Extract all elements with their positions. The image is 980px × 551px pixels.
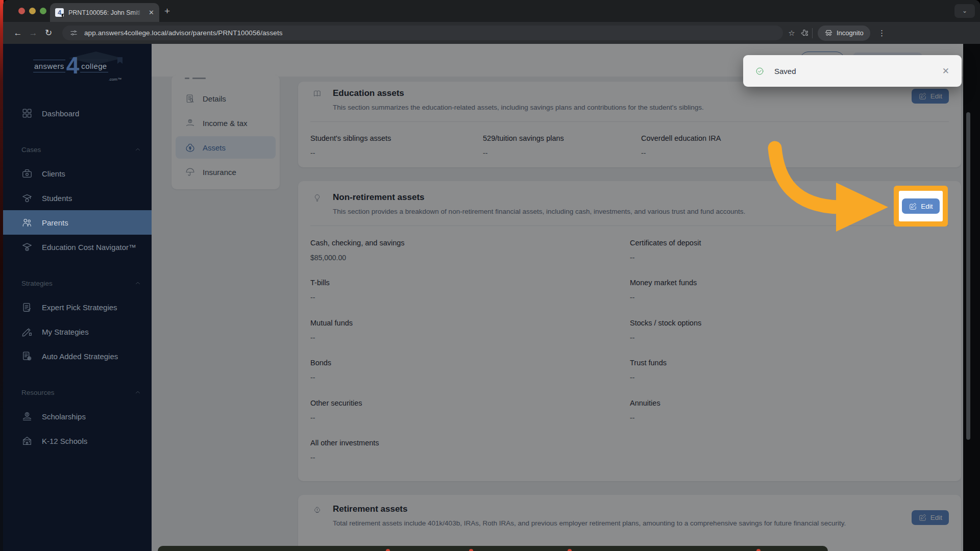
auto-added-icon (21, 350, 33, 362)
sidebar-item[interactable]: Scholarships (3, 404, 152, 429)
expert-pick-icon (21, 302, 33, 313)
browser-menu-icon[interactable]: ⋮ (874, 29, 890, 38)
sidebar-item-label: Clients (42, 169, 65, 178)
tab-search-button[interactable]: ⌄ (954, 4, 975, 18)
sidebar-item[interactable]: My Strategies (3, 319, 152, 344)
sidebar-item[interactable]: K-12 Schools (3, 429, 152, 453)
browser-toolbar: ← → ↻ app.answers4college.local/advisor/… (3, 22, 980, 44)
window-controls (18, 8, 46, 14)
address-bar[interactable]: app.answers4college.local/advisor/parent… (62, 26, 783, 40)
chevron-up-icon[interactable] (134, 146, 141, 153)
toolbar-divider (812, 28, 813, 38)
incognito-icon (824, 29, 833, 37)
sidebar-item-label: K-12 Schools (42, 437, 87, 445)
sidebar-item[interactable]: Auto Added Strategies (3, 344, 152, 368)
edit-icon (909, 202, 917, 211)
zoom-window-button[interactable] (40, 8, 46, 14)
tab-favicon-icon: 4 (55, 8, 64, 17)
logo-com: .com™ (109, 77, 121, 82)
incognito-badge: Incognito (818, 26, 870, 41)
url-text: app.answers4college.local/advisor/parent… (84, 29, 283, 37)
minimize-window-button[interactable] (29, 8, 36, 14)
sidebar-item-label: Dashboard (42, 109, 79, 118)
browser-window: 4 PRNT100056: John Smith Cli ✕ + ⌄ ← → ↻… (3, 0, 980, 551)
back-button[interactable]: ← (10, 28, 26, 38)
dock-badge (568, 549, 572, 551)
clients-icon (21, 168, 33, 179)
chevron-up-icon[interactable] (134, 280, 141, 287)
sidebar-item[interactable]: Clients (3, 161, 152, 186)
sidebar-item-label: Students (42, 194, 72, 203)
scholarships-icon (21, 411, 33, 422)
tab-close-icon[interactable]: ✕ (149, 9, 154, 16)
saved-toast: Saved ✕ (743, 55, 962, 87)
sidebar-item[interactable]: Education Cost Navigator™ (3, 235, 152, 259)
dashboard-icon (21, 108, 33, 119)
ed-cost-navigator-icon (21, 241, 33, 253)
chevron-up-icon[interactable] (134, 389, 141, 396)
sidebar-item-label: Education Cost Navigator™ (42, 243, 136, 252)
students-icon (21, 192, 33, 204)
edit-non-retirement-assets-button[interactable]: Edit (902, 198, 939, 214)
forward-button[interactable]: → (26, 28, 41, 38)
dock-badge (756, 549, 761, 551)
sidebar-section-resources[interactable]: Resources (3, 381, 152, 404)
logo-4: 4 (66, 55, 80, 76)
toast-close-icon[interactable]: ✕ (942, 66, 949, 77)
k12-schools-icon (21, 435, 33, 446)
extensions-icon[interactable] (800, 29, 809, 37)
incognito-label: Incognito (837, 29, 864, 37)
sidebar-group: Dashboard (3, 101, 152, 126)
sidebar-item[interactable]: Dashboard (3, 101, 152, 126)
sidebar-section-strategies[interactable]: Strategies (3, 271, 152, 295)
tutorial-highlight-inner: Edit (899, 191, 943, 221)
close-window-button[interactable] (18, 8, 25, 14)
success-check-icon (755, 67, 764, 76)
bookmark-star-icon[interactable]: ☆ (783, 29, 800, 38)
dock-edge (158, 546, 828, 551)
parents-icon (21, 217, 33, 228)
app-logo[interactable]: answers 4 college .com™ (3, 44, 152, 85)
sidebar-section-cases[interactable]: Cases (3, 138, 152, 161)
reload-button[interactable]: ↻ (41, 28, 56, 38)
sidebar-item-label: Expert Pick Strategies (42, 303, 117, 312)
tab-strip: 4 PRNT100056: John Smith Cli ✕ + ⌄ (3, 0, 980, 22)
screen: 4 PRNT100056: John Smith Cli ✕ + ⌄ ← → ↻… (0, 0, 980, 551)
sidebar-item-label: Auto Added Strategies (42, 352, 118, 361)
tab-title-fade (133, 3, 146, 22)
toast-message: Saved (774, 67, 796, 76)
sidebar-group: Cases Clients Students (3, 138, 152, 259)
dock-badge (386, 549, 390, 551)
tutorial-highlight-box: Edit (894, 186, 948, 227)
sidebar-group: Resources Scholarships K-12 Schools (3, 381, 152, 453)
sidebar-item-label: My Strategies (42, 328, 89, 336)
new-tab-button[interactable]: + (164, 6, 170, 17)
sidebar-item-label: Scholarships (42, 412, 86, 421)
browser-tab[interactable]: 4 PRNT100056: John Smith Cli ✕ (50, 3, 159, 22)
tab-title: PRNT100056: John Smith Cli (68, 9, 140, 16)
sidebar-item-label: Parents (42, 218, 68, 227)
dock-badge (469, 549, 473, 551)
my-strategies-icon (21, 326, 33, 337)
sidebar: answers 4 college .com™ Dashboard (3, 44, 152, 551)
sidebar-item[interactable]: Expert Pick Strategies (3, 295, 152, 319)
sidebar-group: Strategies Expert Pick Strategies My Str… (3, 271, 152, 368)
site-settings-icon[interactable] (69, 29, 78, 37)
sidebar-item[interactable]: Students (3, 186, 152, 210)
logo-answers: answers (33, 60, 65, 72)
sidebar-nav: Dashboard Cases Clients (3, 101, 152, 453)
tutorial-arrow (738, 117, 901, 250)
sidebar-item[interactable]: Parents (3, 210, 152, 235)
